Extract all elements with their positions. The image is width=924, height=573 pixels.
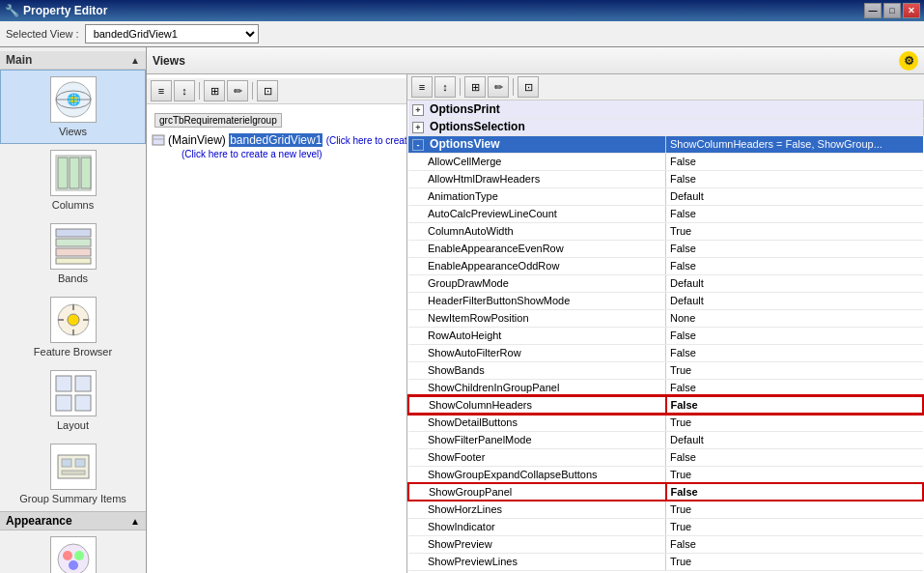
sidebar-item-featurebrowser[interactable]: Feature Browser — [0, 291, 146, 364]
prop-row-allowcellmerge[interactable]: AllowCellMerge False — [408, 153, 923, 170]
props-toolbar-btn-3[interactable]: ⊞ — [464, 76, 486, 98]
maximize-button[interactable]: □ — [883, 3, 901, 18]
app-icon: 🔧 — [4, 3, 19, 18]
prop-row-showgroupexpand[interactable]: ShowGroupExpandCollapseButtons True — [408, 466, 923, 483]
sidebar-item-columns[interactable]: Columns — [0, 144, 146, 217]
svg-rect-11 — [56, 248, 91, 256]
props-toolbar-btn-5[interactable]: ⊡ — [518, 76, 539, 98]
prop-row-showcolumnheaders[interactable]: ShowColumnHeaders False — [408, 396, 923, 414]
title-bar: 🔧 Property Editor — □ ✕ — [0, 0, 924, 21]
svg-rect-20 — [62, 459, 71, 467]
prop-row-rowautoheight[interactable]: RowAutoHeight False — [408, 327, 923, 344]
svg-rect-16 — [75, 376, 91, 391]
prop-row-showhorzlines[interactable]: ShowHorzLines True — [408, 501, 923, 518]
expand-optionsprint[interactable]: + — [412, 104, 424, 116]
prop-row-enableevenrow[interactable]: EnableAppearanceEvenRow False — [408, 240, 923, 257]
sidebar-item-appearances[interactable]: Appearances — [0, 530, 146, 573]
svg-text:🌐: 🌐 — [66, 92, 80, 106]
svg-rect-12 — [56, 258, 91, 264]
prop-row-showbands[interactable]: ShowBands True — [408, 361, 923, 379]
expand-optionsview[interactable]: - — [412, 139, 424, 151]
category-optionsview[interactable]: - OptionsView ShowColumnHeaders = False,… — [408, 135, 923, 153]
views-header-icon: ⚙ — [899, 51, 918, 71]
svg-rect-22 — [62, 471, 85, 474]
prop-row-groupdrawmode[interactable]: GroupDrawMode Default — [408, 274, 923, 292]
props-toolbar-divider-1 — [460, 78, 461, 96]
svg-rect-21 — [75, 459, 85, 467]
view-tag: grcTbRequirematerielgroup — [154, 113, 282, 128]
toolbar-divider-2 — [252, 82, 253, 100]
prop-row-showdetailbuttons[interactable]: ShowDetailButtons True — [408, 414, 923, 431]
columns-label: Columns — [52, 199, 94, 211]
prop-row-showchildreningp[interactable]: ShowChildrenInGroupPanel False — [408, 379, 923, 396]
prop-row-columnautowidth[interactable]: ColumnAutoWidth True — [408, 222, 923, 240]
sidebar-item-groupsummary[interactable]: Group Summary Items — [0, 438, 146, 511]
sidebar-item-layout[interactable]: Layout — [0, 364, 146, 438]
prop-row-showgrouppanel[interactable]: ShowGroupPanel False — [408, 483, 923, 501]
tree-main-row[interactable]: (MainView) bandedGridView1 (Click here t… — [147, 132, 406, 148]
svg-rect-6 — [58, 158, 68, 188]
minimize-button[interactable]: — — [864, 3, 882, 18]
title-text: Property Editor — [23, 4, 107, 17]
category-optionsprint[interactable]: + OptionsPrint — [408, 100, 923, 118]
sidebar-item-bands[interactable]: Bands — [0, 217, 146, 291]
layout-label: Layout — [57, 419, 89, 431]
svg-rect-8 — [81, 158, 91, 188]
groupsummary-icon — [50, 444, 97, 490]
tree-sub-row[interactable]: (Click here to create a new level) — [147, 148, 406, 160]
selected-view-label: Selected View : — [6, 28, 79, 40]
props-panel: ≡ ↕ ⊞ ✏ ⊡ + — [407, 74, 924, 573]
properties-table: + OptionsPrint + OptionsSelection — [407, 100, 924, 571]
selected-view-bar: Selected View : bandedGridView1 — [0, 21, 924, 47]
toolbar-btn-1[interactable]: ≡ — [151, 80, 172, 101]
tree-sub-text[interactable]: (Click here to create a new level) — [182, 149, 322, 159]
appearances-icon — [50, 536, 97, 573]
svg-rect-10 — [56, 239, 91, 246]
props-toolbar-btn-4[interactable]: ✏ — [488, 76, 509, 98]
prop-row-enableoddrow[interactable]: EnableAppearanceOddRow False — [408, 257, 923, 274]
prop-row-showpreview[interactable]: ShowPreview False — [408, 535, 923, 553]
bands-label: Bands — [58, 272, 88, 284]
bands-icon — [50, 223, 97, 270]
props-toolbar-btn-2[interactable]: ↕ — [434, 76, 456, 98]
svg-rect-9 — [56, 229, 91, 237]
props-toolbar-btn-1[interactable]: ≡ — [411, 76, 433, 98]
prop-row-showindicator[interactable]: ShowIndicator True — [408, 518, 923, 535]
prop-row-autocalcpreview[interactable]: AutoCalcPreviewLineCount False — [408, 205, 923, 222]
close-button[interactable]: ✕ — [903, 3, 920, 18]
tree-content: grcTbRequirematerielgroup (MainView) ban… — [147, 104, 406, 164]
prop-row-allowhtmldrawheaders[interactable]: AllowHtmlDrawHeaders False — [408, 170, 923, 187]
views-content: ≡ ↕ ⊞ ✏ ⊡ grcTbRequirematerielgroup — [147, 74, 924, 573]
selected-view-dropdown[interactable]: bandedGridView1 — [85, 24, 259, 43]
expand-optionsselection[interactable]: + — [412, 122, 424, 133]
prop-row-showfilterpanel[interactable]: ShowFilterPanelMode Default — [408, 431, 923, 448]
svg-point-25 — [74, 551, 84, 560]
prop-row-headerfilterbtn[interactable]: HeaderFilterButtonShowMode Default — [408, 292, 923, 309]
category-optionsselection[interactable]: + OptionsSelection — [408, 118, 923, 135]
appearance-header: Appearance ▲ — [0, 511, 146, 530]
toolbar-btn-2[interactable]: ↕ — [174, 80, 195, 101]
svg-point-14 — [68, 314, 79, 326]
tree-toolbar: ≡ ↕ ⊞ ✏ ⊡ — [147, 78, 406, 104]
svg-rect-17 — [56, 395, 71, 411]
prop-row-animationtype[interactable]: AnimationType Default — [408, 187, 923, 205]
svg-point-26 — [69, 560, 78, 570]
prop-row-showfooter[interactable]: ShowFooter False — [408, 448, 923, 466]
prop-row-newitemrowpos[interactable]: NewItemRowPosition None — [408, 309, 923, 327]
toolbar-btn-5[interactable]: ⊡ — [257, 80, 278, 101]
tree-row-icon — [151, 133, 166, 147]
prop-row-showpreviewlines[interactable]: ShowPreviewLines True — [408, 553, 923, 570]
toolbar-btn-4[interactable]: ✏ — [227, 80, 248, 101]
featurebrowser-icon — [50, 297, 97, 343]
layout-icon — [50, 370, 97, 416]
prop-row-showautofilterrow[interactable]: ShowAutoFilterRow False — [408, 344, 923, 361]
sidebar: Main ▲ 🌐 Views — [0, 47, 147, 573]
views-label: Views — [59, 126, 87, 137]
sidebar-item-views[interactable]: 🌐 Views — [0, 70, 146, 144]
right-panel: Views ⚙ ≡ ↕ ⊞ ✏ ⊡ — [147, 47, 924, 573]
toolbar-btn-3[interactable]: ⊞ — [204, 80, 225, 101]
svg-rect-18 — [75, 395, 91, 411]
props-table[interactable]: + OptionsPrint + OptionsSelection — [407, 100, 924, 573]
views-icon: 🌐 — [50, 76, 97, 123]
svg-point-24 — [63, 551, 72, 560]
